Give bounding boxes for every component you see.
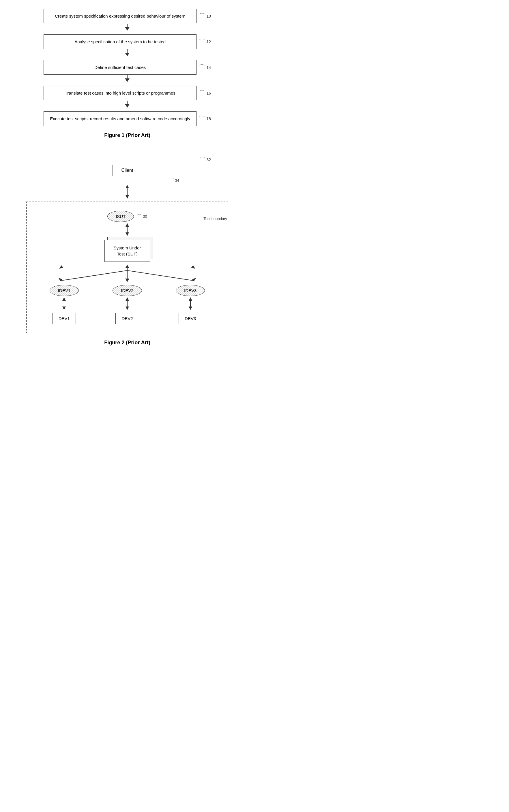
- step-16-row: Translate test cases into high level scr…: [43, 86, 211, 100]
- step-10-label: ⌒ 10: [199, 12, 211, 21]
- step-18-id: 18: [206, 116, 211, 121]
- step-14-label: ⌒ 14: [199, 63, 211, 72]
- figure1-caption: Figure 1 (Prior Art): [104, 132, 150, 138]
- step-16-text: Translate test cases into high level scr…: [65, 90, 175, 96]
- sut-to-idevs: [33, 265, 222, 282]
- svg-marker-9: [125, 279, 129, 282]
- svg-marker-23: [189, 306, 192, 310]
- bracket-30: ⌒: [137, 213, 142, 220]
- bracket-curve-10: ⌒: [199, 12, 205, 21]
- dev1-box: DEV1: [53, 313, 76, 324]
- step-10-id: 10: [206, 14, 211, 19]
- bracket-curve-12: ⌒: [199, 37, 205, 46]
- svg-marker-15: [62, 297, 66, 301]
- idev1-ellipse: IDEV1: [49, 285, 79, 296]
- figure1: Create system specification expressing d…: [6, 9, 249, 147]
- dev2-label: DEV2: [122, 316, 133, 321]
- figure2-caption: Figure 2 (Prior Art): [104, 340, 150, 346]
- svg-marker-20: [126, 306, 129, 310]
- bracket-curve-18: ⌒: [199, 114, 205, 123]
- step-18-label: ⌒ 18: [199, 114, 211, 123]
- sut-lines-svg: [33, 265, 222, 282]
- sut-box: System UnderTest (SUT): [104, 240, 150, 262]
- arrow-idev3-dev3: [188, 297, 193, 310]
- step-12-box: Analyse specification of the system to b…: [43, 34, 197, 49]
- svg-line-7: [61, 270, 127, 281]
- label-34: 34: [175, 178, 179, 183]
- step-12-row: Analyse specification of the system to b…: [43, 34, 211, 49]
- step-12-text: Analyse specification of the system to b…: [74, 39, 166, 44]
- step-14-text: Define sufficient test cases: [94, 65, 146, 70]
- client-box: Client: [112, 164, 142, 176]
- arrow-idev1-svg: [61, 297, 67, 310]
- double-arrow-svg: [124, 185, 130, 199]
- svg-marker-10: [58, 278, 62, 282]
- svg-marker-13: [59, 265, 63, 269]
- arrow-down-icon-2: [125, 53, 130, 56]
- idev1-label: IDEV1: [58, 288, 70, 293]
- isut-ellipse: ISUT: [107, 211, 134, 222]
- idev3-column: IDEV3 DEV3: [159, 285, 222, 324]
- svg-marker-3: [126, 223, 129, 227]
- fig2-inner: ISUT ⌒ 30 System Unde: [33, 211, 222, 324]
- svg-marker-5: [126, 232, 129, 236]
- step-16-label: ⌒ 16: [199, 89, 211, 98]
- sut-front-face: System UnderTest (SUT): [104, 240, 150, 262]
- svg-marker-11: [192, 278, 196, 282]
- step-14-id: 14: [206, 65, 211, 70]
- svg-marker-0: [126, 185, 129, 188]
- idev-row: IDEV1 DEV1: [33, 285, 222, 324]
- step-16-id: 16: [206, 91, 211, 96]
- arrow-down-icon-4: [125, 104, 130, 108]
- svg-marker-12: [125, 265, 129, 268]
- idev3-ellipse: IDEV3: [176, 285, 205, 296]
- idev1-column: IDEV1 DEV1: [33, 285, 96, 324]
- svg-marker-2: [126, 195, 129, 199]
- step-14-row: Define sufficient test cases ⌒ 14: [43, 60, 211, 75]
- arrow-1-2: [43, 23, 211, 34]
- svg-marker-21: [189, 297, 192, 301]
- bracket-curve-16: ⌒: [199, 89, 205, 98]
- dev3-label: DEV3: [185, 316, 196, 321]
- arrow-2-3: [43, 49, 211, 60]
- arrow-4-5: [43, 100, 211, 111]
- step-16-box: Translate test cases into high level scr…: [43, 86, 197, 100]
- arrow-idev3-svg: [188, 297, 193, 310]
- svg-line-8: [127, 270, 193, 281]
- isut-row: ISUT ⌒ 30: [107, 211, 147, 222]
- svg-marker-17: [62, 306, 66, 310]
- arrow-3-4: [43, 75, 211, 86]
- step-12-id: 12: [206, 39, 211, 44]
- idev2-ellipse: IDEV2: [112, 285, 142, 296]
- idev3-label: IDEV3: [184, 288, 197, 293]
- dev2-box: DEV2: [115, 313, 139, 324]
- arrow-idev2-dev2: [124, 297, 130, 310]
- step-18-box: Execute test scripts, record results and…: [43, 111, 197, 126]
- figure2: ⌒ 32 Client ⌒ 34 Test boundary: [6, 156, 249, 355]
- dev1-label: DEV1: [59, 316, 70, 321]
- arrow-isut-sut: [124, 223, 130, 236]
- label-34-row: ⌒ 34: [169, 177, 179, 184]
- step-10-row: Create system specification expressing d…: [43, 9, 211, 23]
- idev2-column: IDEV2 DEV2: [96, 285, 159, 324]
- arrow-idev2-svg: [124, 297, 130, 310]
- step-18-row: Execute test scripts, record results and…: [43, 111, 211, 126]
- isut-label: ISUT: [116, 214, 126, 219]
- double-arrow-isut-sut: [124, 223, 130, 236]
- svg-marker-18: [126, 297, 129, 301]
- client-label: Client: [122, 168, 133, 173]
- arrow-client-isut: [124, 185, 130, 199]
- step-10-box: Create system specification expressing d…: [43, 9, 197, 23]
- bracket-34: ⌒: [169, 177, 174, 184]
- step-14-box: Define sufficient test cases: [43, 60, 197, 75]
- step-12-label: ⌒ 12: [199, 37, 211, 46]
- step-10-text: Create system specification expressing d…: [55, 13, 185, 19]
- label-30: 30: [143, 214, 147, 219]
- sut-label: System UnderTest (SUT): [113, 246, 141, 256]
- idev2-label: IDEV2: [121, 288, 133, 293]
- label-32: 32: [206, 157, 211, 162]
- bracket-curve-14: ⌒: [199, 63, 205, 72]
- arrow-idev1-dev1: [61, 297, 67, 310]
- dashed-boundary: Test boundary ISUT ⌒ 30: [26, 201, 228, 333]
- dev3-box: DEV3: [179, 313, 202, 324]
